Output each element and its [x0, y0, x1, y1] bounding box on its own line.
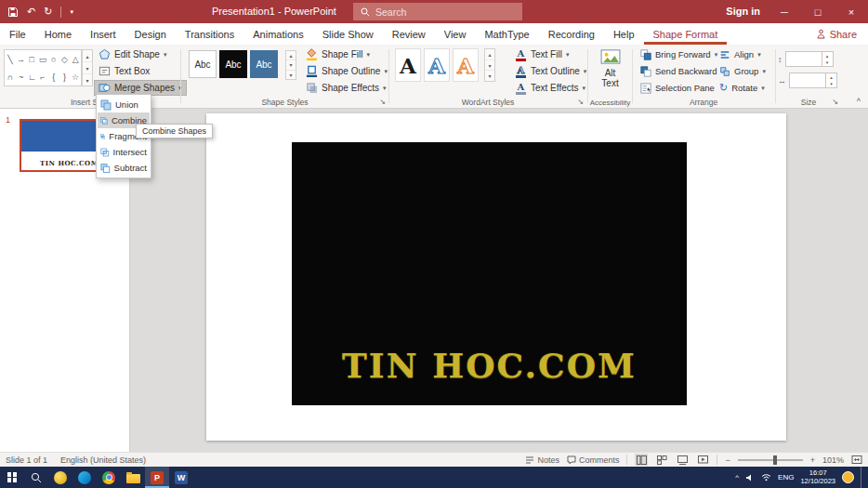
diamond-shape-icon[interactable]: ◇: [59, 50, 71, 68]
arrow-shape-icon[interactable]: →: [16, 50, 27, 68]
wordart-more-icon[interactable]: ▾: [485, 71, 494, 81]
wordart-scroll-up-icon[interactable]: ▴: [485, 49, 494, 60]
language-indicator[interactable]: English (United States): [60, 455, 146, 465]
shape-effects-button[interactable]: Shape Effects ▾: [301, 80, 392, 96]
menu-item-union[interactable]: Union: [98, 97, 150, 112]
maximize-button[interactable]: □: [801, 0, 835, 23]
tab-transitions[interactable]: Transitions: [176, 23, 243, 45]
curve-shape-icon[interactable]: ~: [16, 68, 27, 86]
clock[interactable]: 16:07 12/10/2023: [800, 469, 835, 485]
width-up-icon[interactable]: ▴: [826, 73, 836, 81]
undo-icon[interactable]: ↶: [27, 0, 35, 23]
star-shape-icon[interactable]: ☆: [70, 68, 81, 86]
black-rectangle-shape[interactable]: TIN HOC.COM: [292, 142, 687, 405]
wordart-dialog-launcher-icon[interactable]: ↘: [577, 98, 584, 107]
text-outline-button[interactable]: A Text Outline ▾: [510, 63, 591, 79]
zoom-in-button[interactable]: +: [810, 455, 815, 465]
group-button[interactable]: Group ▾: [715, 63, 770, 79]
text-effects-button[interactable]: A Text Effects ▾: [510, 80, 591, 96]
shape-fill-button[interactable]: Shape Fill ▾: [301, 46, 392, 62]
style-scroll-down-icon[interactable]: ▾: [286, 60, 296, 70]
text-box-button[interactable]: Text Box: [94, 63, 187, 79]
tray-chevron-up-icon[interactable]: ^: [735, 473, 739, 481]
shape-width-input[interactable]: [790, 76, 823, 86]
wordart-style-orange-outline[interactable]: A: [453, 48, 479, 82]
rectangle-shape-icon[interactable]: ▭: [37, 50, 48, 68]
tab-view[interactable]: View: [435, 23, 476, 45]
wordart-text[interactable]: TIN HOC.COM: [292, 346, 687, 385]
normal-view-button[interactable]: [635, 454, 648, 466]
tab-insert[interactable]: Insert: [81, 23, 125, 45]
slide-page[interactable]: TIN HOC.COM: [206, 113, 786, 441]
redo-icon[interactable]: ↻: [44, 0, 52, 23]
minimize-button[interactable]: ─: [768, 0, 801, 23]
sign-in-button[interactable]: Sign in: [726, 0, 760, 23]
zoom-slider-thumb[interactable]: [773, 455, 777, 465]
volume-icon[interactable]: [745, 473, 755, 482]
zoom-level[interactable]: 101%: [822, 455, 844, 465]
shape-style-blue[interactable]: Abc: [250, 50, 278, 78]
arc-shape-icon[interactable]: ∩: [5, 68, 16, 86]
search-input[interactable]: [375, 7, 515, 18]
menu-item-intersect[interactable]: Intersect: [98, 144, 150, 160]
show-desktop-button[interactable]: [861, 467, 864, 488]
edge-button[interactable]: [72, 467, 97, 488]
zoom-slider[interactable]: [738, 459, 803, 461]
collapse-ribbon-icon[interactable]: ^: [857, 97, 861, 106]
tab-animations[interactable]: Animations: [243, 23, 312, 45]
height-down-icon[interactable]: ▾: [822, 59, 833, 67]
shape-style-white[interactable]: Abc: [189, 50, 217, 78]
gallery-more-icon[interactable]: ▾: [83, 74, 92, 86]
menu-item-subtract[interactable]: Subtract: [98, 160, 150, 176]
wordart-scroll-down-icon[interactable]: ▾: [485, 60, 494, 72]
taskbar-search-button[interactable]: [24, 467, 48, 488]
slideshow-view-button[interactable]: [696, 454, 709, 466]
size-dialog-launcher-icon[interactable]: ↘: [832, 98, 838, 107]
rotate-button[interactable]: ↻ Rotate ▾: [715, 80, 770, 96]
save-icon[interactable]: [7, 7, 19, 18]
height-up-icon[interactable]: ▴: [822, 52, 833, 59]
notification-badge-icon[interactable]: [842, 471, 854, 483]
tab-design[interactable]: Design: [125, 23, 176, 45]
align-button[interactable]: Align ▾: [715, 46, 770, 62]
tab-review[interactable]: Review: [383, 23, 435, 45]
style-scroll-up-icon[interactable]: ▴: [286, 51, 296, 60]
shape-height-input[interactable]: [786, 55, 820, 64]
file-explorer-button[interactable]: [121, 467, 145, 488]
shape-width-stepper[interactable]: ▴ ▾: [789, 73, 837, 88]
notes-button[interactable]: Notes: [525, 455, 559, 465]
gallery-scroll-down-icon[interactable]: ▾: [83, 62, 92, 74]
reading-view-button[interactable]: [676, 454, 689, 466]
gallery-scroll-up-icon[interactable]: ▴: [83, 50, 92, 62]
close-button[interactable]: ×: [835, 0, 868, 23]
share-button[interactable]: Share: [805, 23, 868, 45]
shape-gallery[interactable]: ╲ → □ ▭ ○ ◇ △ ∩ ~ ∟ ⌐ { } ☆: [4, 49, 82, 86]
shape-styles-dialog-launcher-icon[interactable]: ↘: [379, 98, 386, 107]
customize-qat-icon[interactable]: ▾: [70, 0, 73, 23]
unikey-button[interactable]: [48, 467, 72, 488]
square-shape-icon[interactable]: □: [26, 50, 37, 68]
elbow-shape-icon[interactable]: ∟: [26, 68, 37, 86]
start-button[interactable]: [0, 467, 24, 488]
zoom-out-button[interactable]: −: [725, 455, 730, 465]
search-box[interactable]: [353, 3, 522, 20]
tab-recording[interactable]: Recording: [539, 23, 604, 45]
edit-shape-button[interactable]: Edit Shape ▾: [94, 46, 187, 62]
brace-left-shape-icon[interactable]: {: [48, 68, 59, 86]
shape-height-stepper[interactable]: ▴ ▾: [785, 51, 834, 67]
fit-slide-to-window-icon[interactable]: [851, 455, 862, 465]
style-more-icon[interactable]: ▾: [286, 71, 296, 79]
alt-text-button[interactable]: Alt Text: [592, 48, 629, 88]
wordart-style-black[interactable]: A: [395, 48, 421, 82]
tab-mathtype[interactable]: MathType: [475, 23, 538, 45]
tab-home[interactable]: Home: [35, 23, 81, 45]
tab-help[interactable]: Help: [604, 23, 644, 45]
brace-right-shape-icon[interactable]: }: [59, 68, 71, 86]
shape-outline-button[interactable]: Shape Outline ▾: [301, 63, 392, 79]
triangle-shape-icon[interactable]: △: [70, 50, 81, 68]
tab-shape-format[interactable]: Shape Format: [644, 23, 728, 45]
comments-button[interactable]: Comments: [567, 455, 620, 465]
text-fill-button[interactable]: A Text Fill ▾: [510, 46, 591, 62]
bracket-shape-icon[interactable]: ⌐: [37, 68, 48, 86]
word-button[interactable]: W: [169, 467, 193, 488]
